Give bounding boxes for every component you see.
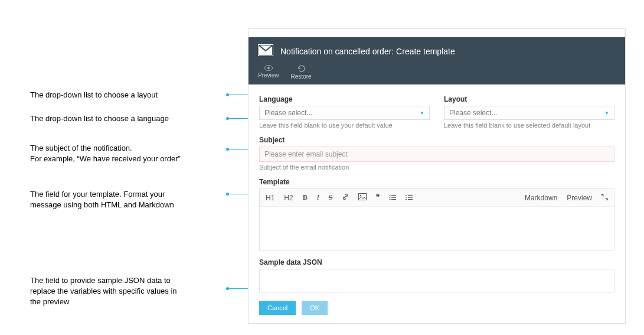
json-label: Sample data JSON — [259, 258, 614, 266]
ol-icon — [406, 194, 413, 200]
editor-toolbar: H1 H2 B I S ❞ Markdown — [260, 189, 614, 207]
dialog-sub-toolbar: Preview Restore — [249, 63, 625, 84]
annotation-json-l1: The field to provide sample JSON data to — [30, 275, 171, 286]
svg-point-12 — [390, 199, 391, 200]
language-label: Language — [259, 95, 430, 103]
svg-point-8 — [390, 194, 391, 196]
ol-button[interactable] — [406, 194, 413, 202]
restore-action[interactable]: Restore — [291, 65, 312, 80]
json-textarea[interactable] — [259, 269, 614, 292]
subject-input[interactable]: Please enter email subject — [259, 147, 614, 162]
template-textarea[interactable] — [260, 207, 614, 251]
dialog: Notification on cancelled order: Create … — [248, 28, 626, 324]
layout-placeholder: Please select... — [449, 109, 497, 117]
markdown-tab[interactable]: Markdown — [525, 194, 557, 202]
expand-button[interactable] — [601, 194, 608, 202]
dialog-footer: Cancel OK — [259, 301, 614, 315]
cancel-button[interactable]: Cancel — [259, 301, 296, 315]
svg-point-5 — [267, 67, 270, 69]
annotation-layout: The drop-down list to choose a layout — [30, 90, 158, 100]
image-icon — [358, 193, 367, 200]
template-editor: H1 H2 B I S ❞ Markdown — [259, 188, 614, 251]
envelope-icon — [258, 44, 273, 58]
preview-label: Preview — [258, 72, 279, 79]
eye-icon — [264, 65, 273, 71]
bold-button[interactable]: B — [303, 193, 308, 202]
annotation-json-l3: the preview — [30, 297, 69, 307]
subject-placeholder: Please enter email subject — [264, 150, 348, 158]
layout-select[interactable]: Please select... ▼ — [444, 106, 614, 120]
layout-help: Leave this field blank to use selected d… — [444, 122, 614, 129]
language-placeholder: Please select... — [264, 109, 312, 117]
annotation-template-l1: The field for your template. Format your — [30, 189, 165, 200]
dialog-header: Notification on cancelled order: Create … — [249, 37, 625, 63]
chevron-down-icon: ▼ — [604, 110, 609, 116]
ok-button[interactable]: OK — [302, 301, 328, 315]
language-help: Leave this field blank to use your defau… — [259, 122, 430, 129]
strike-button[interactable]: S — [329, 193, 333, 202]
layout-label: Layout — [444, 95, 614, 103]
annotation-language: The drop-down list to choose a language — [30, 113, 169, 124]
quote-button[interactable]: ❞ — [376, 193, 380, 202]
preview-tab[interactable]: Preview — [567, 194, 592, 202]
dialog-body: Language Please select... ▼ Leave this f… — [249, 84, 625, 323]
annotation-subject-l2: For example, “We have received your orde… — [30, 154, 181, 164]
annotation-subject-l1: The subject of the notification. — [30, 143, 132, 154]
expand-icon — [601, 194, 608, 200]
ul-icon — [389, 194, 396, 200]
svg-rect-6 — [359, 194, 367, 200]
h1-button[interactable]: H1 — [266, 194, 274, 202]
subject-help: Subject of the email notification — [259, 164, 614, 171]
preview-action[interactable]: Preview — [258, 65, 279, 80]
ul-button[interactable] — [389, 194, 396, 202]
svg-point-10 — [390, 197, 391, 198]
h2-button[interactable]: H2 — [284, 194, 293, 202]
subject-label: Subject — [259, 136, 614, 144]
annotation-json-l2: replace the variables with specific valu… — [30, 286, 177, 297]
image-button[interactable] — [358, 193, 367, 202]
link-icon — [342, 193, 349, 200]
italic-button[interactable]: I — [317, 193, 319, 202]
dialog-title: Notification on cancelled order: Create … — [280, 47, 455, 56]
restore-label: Restore — [291, 73, 312, 80]
link-button[interactable] — [342, 193, 349, 202]
language-select[interactable]: Please select... ▼ — [259, 106, 430, 120]
chevron-down-icon: ▼ — [420, 110, 424, 116]
restore-icon — [297, 65, 305, 72]
svg-point-7 — [360, 195, 361, 196]
template-label: Template — [259, 178, 614, 186]
annotation-template-l2: message using both HTML and Markdown — [30, 200, 174, 210]
